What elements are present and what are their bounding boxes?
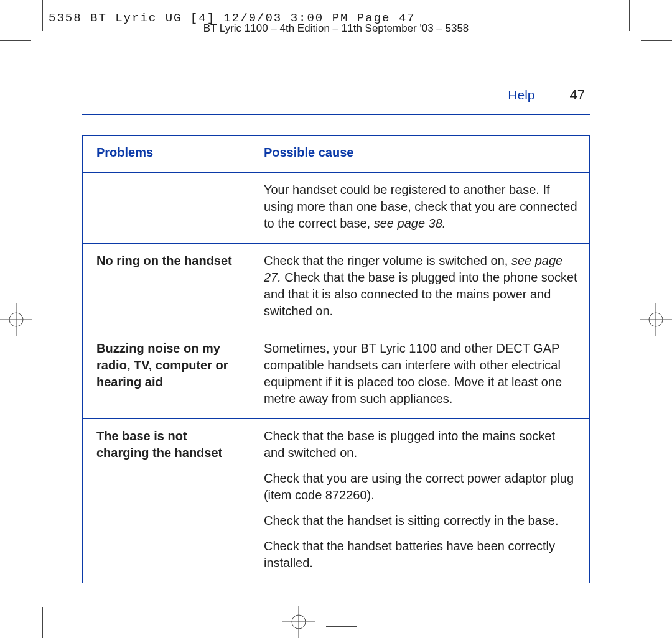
cause-text: Check that the base is plugged into the … [264,270,577,318]
page-content: Help 47 Problems Possible cause Your [82,87,590,583]
problem-cell: The base is not charging the handset [83,419,250,583]
running-header: Help 47 [82,87,590,103]
cause-text: Sometimes, your BT Lyric 1100 and other … [264,341,562,405]
page-number: 47 [570,87,585,103]
table-row: The base is not charging the handset Che… [83,419,590,583]
problem-heading: No ring on the handset [96,254,232,267]
problem-heading: Buzzing noise on my radio, TV, computer … [96,341,228,389]
troubleshooting-table-wrap: Problems Possible cause Your handset cou… [82,135,590,583]
table-header-row: Problems Possible cause [83,136,590,173]
cause-text: Check that the base is plugged into the … [264,428,578,461]
problem-cell: No ring on the handset [83,244,250,331]
table-row: No ring on the handset Check that the ri… [83,244,590,331]
problem-heading: The base is not charging the handset [96,429,222,460]
table-row: Buzzing noise on my radio, TV, computer … [83,331,590,419]
cause-cell: Your handset could be registered to anot… [250,173,589,244]
section-title: Help [508,88,534,103]
cause-cell: Check that the base is plugged into the … [250,419,589,583]
cause-text: Check that the handset batteries have be… [264,538,578,571]
troubleshooting-table: Problems Possible cause Your handset cou… [82,135,590,583]
problem-cell: Buzzing noise on my radio, TV, computer … [83,331,250,419]
header-rule [82,114,590,115]
table-row: Your handset could be registered to anot… [83,173,590,244]
cause-text: Check that you are using the correct pow… [264,470,578,504]
cause-ref: see page 38. [374,216,446,230]
cause-text: Check that the ringer volume is switched… [264,254,511,267]
cause-text: Check that the handset is sitting correc… [264,512,578,529]
col-header-possible-cause: Possible cause [250,136,589,173]
cause-cell: Sometimes, your BT Lyric 1100 and other … [250,331,589,419]
cause-cell: Check that the ringer volume is switched… [250,244,589,331]
col-header-problems: Problems [83,136,250,173]
edition-line: BT Lyric 1100 – 4th Edition – 11th Septe… [0,22,672,35]
problem-cell [83,173,250,244]
